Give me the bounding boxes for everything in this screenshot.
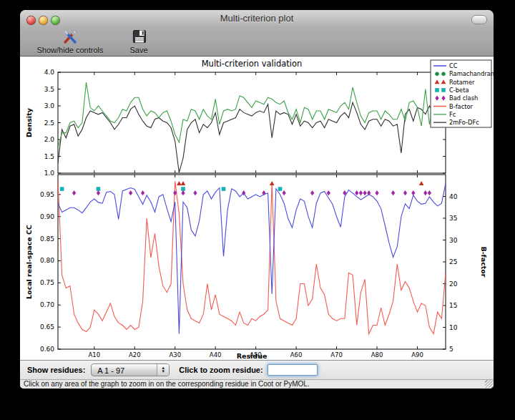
cc-tick-label: 0.75 bbox=[40, 279, 54, 286]
multi-criterion-plot[interactable]: A10A20A30A40A50A60A70A80A901.01.52.02.53… bbox=[20, 57, 494, 360]
cc-line bbox=[58, 183, 446, 333]
bfactor-tick-label: 5 bbox=[449, 346, 453, 353]
x-tick-label: A30 bbox=[169, 351, 181, 358]
show-residues-label: Show residues: bbox=[27, 366, 85, 374]
tools-icon bbox=[62, 29, 79, 46]
density-tick-label: 1.5 bbox=[44, 153, 54, 160]
zoom-residue-label: Click to zoom residue: bbox=[179, 366, 263, 374]
density-axis-label: Density bbox=[25, 107, 33, 137]
density-tick-label: 4.0 bbox=[44, 69, 55, 76]
legend-label: Bad clash bbox=[449, 94, 478, 102]
cc-axis-label: Local real-space CC bbox=[25, 225, 33, 299]
save-icon bbox=[130, 29, 147, 46]
zoom-residue-input[interactable] bbox=[268, 364, 318, 376]
save-label: Save bbox=[129, 46, 147, 54]
residue-range-select[interactable]: A 1 - 97 ▲▼ bbox=[91, 363, 170, 376]
cc-tick-label: 0.85 bbox=[40, 235, 54, 243]
legend-label: Fc bbox=[449, 111, 456, 118]
bfactor-tick-label: 20 bbox=[449, 280, 458, 288]
c-beta-markers bbox=[60, 187, 282, 191]
legend-label: B-factor bbox=[449, 103, 474, 110]
legend-label: CC bbox=[449, 62, 458, 69]
density-tick-label: 3.0 bbox=[44, 102, 55, 109]
toolbar: Show/hide controls Save bbox=[20, 27, 494, 57]
cc-tick-label: 0.95 bbox=[40, 191, 54, 198]
axis-ticks bbox=[58, 72, 446, 349]
density-tick-label: 3.5 bbox=[44, 86, 54, 93]
show-hide-controls-label: Show/hide controls bbox=[37, 46, 104, 54]
density-tick-label: 1.0 bbox=[44, 170, 55, 177]
bfactor-tick-label: 35 bbox=[449, 215, 457, 222]
bfactor-tick-label: 25 bbox=[449, 258, 457, 265]
multi-criterion-plot-window: Multi-criterion plot bbox=[20, 10, 494, 389]
cc-tick-label: 0.90 bbox=[40, 213, 54, 220]
screen: Multi-criterion plot bbox=[0, 0, 515, 420]
density-tick-label: 2.5 bbox=[44, 119, 54, 127]
density-tick-label: 2.0 bbox=[44, 136, 55, 143]
cc-tick-label: 0.80 bbox=[40, 257, 54, 264]
x-tick-label: A80 bbox=[371, 351, 383, 358]
legend: CCRamachandranRotamerC-betaBad clashB-fa… bbox=[431, 60, 494, 127]
bfactor-axis-label: B-factor bbox=[480, 246, 488, 277]
bfactor-tick-label: 10 bbox=[449, 324, 458, 331]
cc-tick-label: 0.70 bbox=[40, 301, 54, 308]
cc-tick-label: 0.60 bbox=[40, 346, 54, 353]
x-axis-label: Residue bbox=[237, 352, 268, 360]
stepper-arrows-icon: ▲▼ bbox=[157, 364, 169, 376]
chart-title: Multi-criterion validation bbox=[202, 59, 303, 69]
fc-line bbox=[58, 82, 446, 148]
bad-clash-markers bbox=[72, 190, 431, 195]
show-hide-controls-button[interactable]: Show/hide controls bbox=[24, 29, 116, 54]
cc-panel-frame bbox=[58, 175, 446, 349]
control-strip: Show residues: A 1 - 97 ▲▼ Click to zoom… bbox=[20, 360, 494, 379]
plot-svg: A10A20A30A40A50A60A70A80A901.01.52.02.53… bbox=[20, 57, 494, 360]
residue-range-value: A 1 - 97 bbox=[97, 366, 124, 375]
x-tick-label: A70 bbox=[330, 351, 343, 358]
window-title: Multi-criterion plot bbox=[20, 13, 494, 24]
x-tick-label: A20 bbox=[129, 351, 141, 358]
density-panel-frame bbox=[58, 72, 446, 173]
x-tick-label: A10 bbox=[88, 351, 100, 358]
save-button[interactable]: Save bbox=[124, 29, 153, 54]
cc-tick-label: 0.65 bbox=[40, 323, 54, 331]
x-tick-label: A60 bbox=[290, 351, 303, 358]
rotamer-markers bbox=[177, 181, 423, 185]
toolbar-toggle-button[interactable] bbox=[471, 15, 487, 24]
x-tick-label: A40 bbox=[210, 351, 222, 358]
bfactor-tick-label: 30 bbox=[449, 237, 458, 244]
x-tick-label: A90 bbox=[411, 351, 423, 358]
legend-label: Rotamer bbox=[449, 79, 475, 86]
status-bar: Click on any area of the graph to zoom i… bbox=[20, 379, 494, 389]
bfactor-tick-label: 40 bbox=[449, 193, 458, 200]
legend-label: Ramachandran bbox=[449, 70, 494, 77]
legend-label: C-beta bbox=[449, 87, 469, 94]
bfactor-tick-label: 15 bbox=[449, 302, 457, 309]
resize-grip-icon[interactable] bbox=[485, 380, 493, 388]
titlebar[interactable]: Multi-criterion plot bbox=[20, 10, 494, 27]
legend-label: 2mFo-DFc bbox=[449, 119, 479, 126]
